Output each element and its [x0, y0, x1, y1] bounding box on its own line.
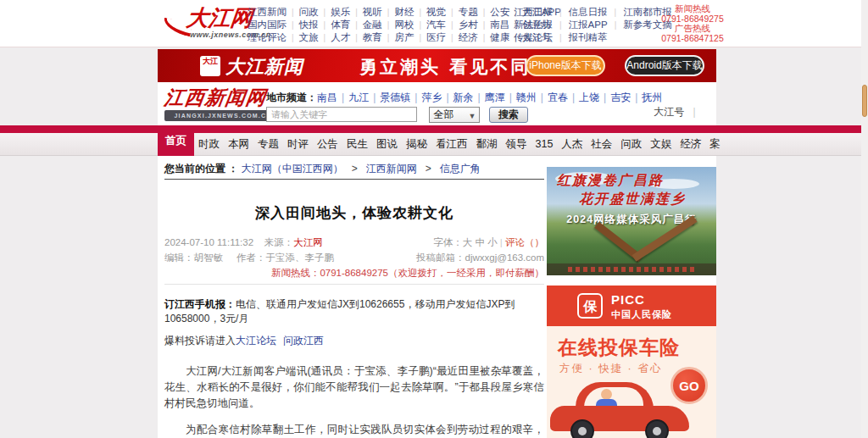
subscribe-line: 订江西手机报：电信、联通用户发短信JX到10626655，移动用户发短信JXP到… — [164, 297, 544, 326]
nav-item[interactable]: 专题 — [253, 133, 283, 156]
banner-brand: 大江新闻 — [225, 54, 303, 80]
media-link[interactable]: 江报APP — [553, 19, 608, 30]
city-link[interactable]: 吉安 — [599, 91, 631, 103]
city-link[interactable]: 宜春 — [537, 91, 568, 103]
city-link[interactable]: 景德镇 — [369, 91, 410, 103]
wenzheng-link[interactable]: 问政江西 — [283, 335, 324, 347]
city-link[interactable]: 九江 — [337, 91, 369, 103]
city-link[interactable]: 赣州 — [505, 91, 537, 103]
font-size-controls[interactable]: 字体：大 中 小 — [433, 237, 497, 247]
category-select[interactable]: 全部▼ — [429, 107, 480, 123]
top-nav-link[interactable]: 网校 — [382, 19, 415, 30]
nav-item[interactable]: 315 — [531, 133, 558, 156]
meta-right: 字体：大 中 小 评论（） — [433, 236, 544, 249]
nav-item[interactable]: 揭秘 — [402, 133, 431, 156]
top-nav-link[interactable]: 问政 — [287, 7, 319, 17]
breadcrumb-link[interactable]: 大江网（中国江西网） — [242, 163, 343, 175]
picc-header: 保 PICC 中国人民保险 — [547, 286, 716, 326]
picc-brand: PICC 中国人民保险 — [611, 292, 672, 321]
article-paragraph: 为配合寒信村除草翻土工作，同时让实践队员切实体会到劳动过程的艰辛，深刻认识劳动成… — [164, 422, 544, 438]
top-nav-link[interactable]: 教育 — [350, 32, 382, 42]
nav-item[interactable]: 图说 — [372, 133, 402, 156]
nav-item[interactable]: 案 — [705, 133, 725, 156]
city-link[interactable]: 鹰潭 — [474, 91, 505, 103]
ad-hotline-label: 广告热线 — [646, 24, 739, 34]
meta-left: 编辑：胡智敏 作者：于宝添、李子鹏 — [164, 252, 334, 264]
iphone-download-button[interactable]: iPhone版本下载 — [526, 55, 605, 76]
source-label: 来源： — [264, 237, 294, 247]
category-value: 全部 — [433, 108, 453, 120]
top-nav-link[interactable]: 金融 — [350, 19, 382, 30]
top-nav-link[interactable]: 财经 — [382, 7, 415, 17]
submit-email: 投稿邮箱：djwxxgj@163.com — [416, 252, 544, 264]
top-nav-link[interactable]: 文旅 — [287, 32, 319, 42]
search-button[interactable]: 搜索 — [489, 107, 528, 123]
top-nav-link[interactable]: 国内国际 — [248, 19, 287, 30]
comment-link[interactable]: 评论（） — [500, 237, 544, 247]
nav-item[interactable]: 首页 — [158, 125, 194, 156]
top-nav-link[interactable]: 医疗 — [414, 32, 446, 42]
top-nav-link[interactable]: 南昌 — [478, 19, 510, 30]
guangchang-ad-banner[interactable]: 红旗漫卷广昌路 花开盛世满莲乡 2024网络媒体采风广昌行 — [547, 167, 716, 275]
breadcrumb-link[interactable]: 江西新闻网 — [343, 163, 417, 175]
nav-item[interactable]: 看江西 — [431, 133, 472, 156]
nav-item[interactable]: 公告 — [313, 133, 342, 156]
editor: 编辑：胡智敏 — [164, 252, 223, 263]
breadcrumb: 您当前的位置 ： 大江网（中国江西网）江西新闻网信息广角 — [164, 161, 544, 180]
top-nav-link[interactable]: 专题 — [446, 7, 478, 17]
media-link[interactable]: 信息日报 — [553, 7, 608, 17]
meta-left: 2024-07-10 11:11:32 来源：大江网 — [164, 236, 323, 249]
media-link[interactable]: 新法治报 — [514, 19, 553, 30]
city-link[interactable]: 上饶 — [568, 91, 599, 103]
top-nav-link[interactable]: 人才 — [319, 32, 351, 42]
picc-insurance-ad[interactable]: 保 PICC 中国人民保险 在线投保车险 方便 · 快捷 · 省心 GO — [547, 286, 716, 438]
top-nav-link[interactable]: 房产 — [382, 32, 415, 42]
top-nav-link[interactable]: 快报 — [287, 19, 319, 30]
top-nav-link[interactable]: 乡村 — [446, 19, 478, 30]
search-bar: 全部▼ 搜索 — [266, 107, 528, 124]
dajianghao-link[interactable]: 大江号 — [654, 105, 699, 119]
nav-item[interactable]: 领导 — [502, 133, 531, 156]
media-link[interactable]: 传媒论坛 — [514, 32, 553, 42]
forum-link[interactable]: 大江论坛 — [236, 335, 276, 347]
article-meta-row1: 2024-07-10 11:11:32 来源：大江网 字体：大 中 小 评论（） — [164, 236, 544, 249]
top-nav-link[interactable]: 娱乐 — [319, 7, 351, 17]
nav-item[interactable]: 时评 — [283, 133, 313, 156]
nav-item[interactable]: 问政 — [616, 133, 646, 156]
top-nav-link[interactable]: 江西新闻 — [248, 7, 287, 17]
nav-item[interactable]: 经济 — [676, 133, 705, 156]
nav-item[interactable]: 文娱 — [646, 133, 676, 156]
source-link[interactable]: 大江网 — [293, 237, 323, 247]
media-link[interactable]: 江西日报 — [514, 7, 553, 17]
city-link[interactable]: 抚州 — [631, 91, 662, 103]
nav-item[interactable]: 鄱湖 — [472, 133, 502, 156]
city-channels: 地市频道：南昌九江景德镇萍乡新余鹰潭赣州宜春上饶吉安抚州 — [266, 91, 662, 105]
channels-label: 地市频道： — [266, 91, 317, 103]
app-banner[interactable]: 大江 大江新闻 勇立潮头 看见不同 iPhone版本下载 Android版本下载 — [158, 49, 716, 82]
tip-prefix: 爆料投诉请进入 — [164, 335, 236, 347]
android-download-button[interactable]: Android版本下载 — [625, 55, 704, 76]
top-nav-link[interactable]: 公安 — [478, 7, 510, 17]
top-nav-link[interactable]: 视觉 — [414, 7, 446, 17]
breadcrumb-link[interactable]: 信息广角 — [417, 163, 481, 175]
nav-item[interactable]: 本网 — [224, 133, 253, 156]
breadcrumb-label: 您当前的位置 ： — [164, 163, 238, 175]
top-nav-link[interactable]: 经济 — [446, 32, 478, 42]
top-nav-link[interactable]: 汽车 — [414, 19, 446, 30]
top-nav-link[interactable]: 视听 — [350, 7, 382, 17]
nav-item[interactable]: 人杰 — [557, 133, 587, 156]
top-nav-link[interactable]: 健康 — [478, 32, 510, 42]
scrollbar-track[interactable] — [861, 0, 868, 438]
media-link[interactable]: 报刊精萃 — [553, 32, 608, 42]
city-link[interactable]: 新余 — [442, 91, 473, 103]
top-nav-link[interactable]: 理论评论 — [248, 32, 287, 42]
scrollbar-thumb[interactable] — [862, 85, 867, 117]
city-link[interactable]: 萍乡 — [410, 91, 442, 103]
nav-item[interactable]: 社会 — [587, 133, 616, 156]
search-input[interactable] — [266, 107, 417, 122]
city-link[interactable]: 南昌 — [317, 91, 337, 103]
top-nav-link[interactable]: 体育 — [319, 19, 351, 30]
nav-item[interactable]: 民生 — [342, 133, 372, 156]
banner-slogan: 勇立潮头 看见不同 — [359, 55, 531, 79]
nav-item[interactable]: 时政 — [194, 133, 224, 156]
